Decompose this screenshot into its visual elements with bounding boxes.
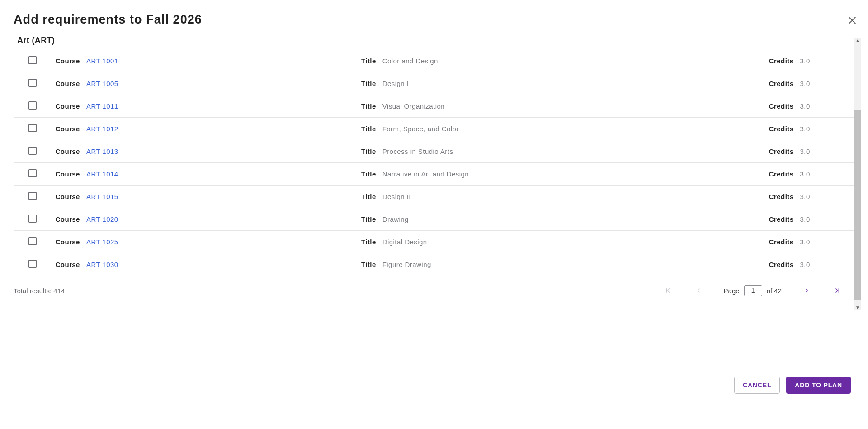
course-label: Course [56,80,80,87]
credits-label: Credits [769,215,794,223]
course-code-link[interactable]: ART 1013 [86,148,118,155]
page-input[interactable] [744,285,762,296]
row-checkbox[interactable] [28,260,37,268]
course-code-link[interactable]: ART 1030 [86,261,118,268]
course-title: Design II [382,193,411,200]
course-label: Course [56,170,80,178]
title-label: Title [361,80,376,87]
course-credits: 3.0 [800,170,810,178]
course-title: Design I [382,80,409,87]
chevron-left-icon [696,287,702,294]
credits-label: Credits [769,193,794,200]
title-label: Title [361,193,376,200]
table-row: CourseART 1013TitleProcess in Studio Art… [14,140,854,163]
credits-label: Credits [769,261,794,268]
page-label: Page [724,287,740,295]
course-title: Figure Drawing [382,261,431,268]
row-checkbox[interactable] [28,79,37,87]
course-code-link[interactable]: ART 1015 [86,193,118,200]
pager-next-button[interactable] [801,285,812,296]
course-group-heading: Art (ART) [17,36,854,45]
course-label: Course [56,215,80,223]
course-title: Form, Space, and Color [382,125,459,133]
course-credits: 3.0 [800,238,810,246]
title-label: Title [361,215,376,223]
course-code-link[interactable]: ART 1012 [86,125,118,133]
course-code-link[interactable]: ART 1005 [86,80,118,87]
add-requirements-dialog: Add requirements to Fall 2026 ▲ ▼ Art (A… [0,0,868,429]
table-row: CourseART 1014TitleNarrative in Art and … [14,163,854,186]
course-credits: 3.0 [800,125,810,133]
title-label: Title [361,238,376,246]
title-label: Title [361,148,376,155]
close-button[interactable] [844,13,860,28]
row-checkbox[interactable] [28,192,37,200]
course-label: Course [56,148,80,155]
course-credits: 3.0 [800,102,810,110]
course-title: Color and Design [382,57,438,65]
course-credits: 3.0 [800,261,810,268]
scrollbar-thumb[interactable] [854,110,861,300]
total-results-label: Total results: 414 [14,287,65,295]
chevron-first-icon [665,287,672,294]
pager-first-button[interactable] [662,285,674,296]
row-checkbox[interactable] [28,147,37,155]
credits-label: Credits [769,170,794,178]
title-label: Title [361,261,376,268]
course-title: Digital Design [382,238,427,246]
course-credits: 3.0 [800,215,810,223]
title-label: Title [361,57,376,65]
pager: Total results: 414 Page of 42 [14,280,843,301]
row-checkbox[interactable] [28,214,37,223]
credits-label: Credits [769,80,794,87]
course-label: Course [56,261,80,268]
course-credits: 3.0 [800,80,810,87]
add-to-plan-button[interactable]: ADD TO PLAN [786,377,851,394]
credits-label: Credits [769,57,794,65]
course-code-link[interactable]: ART 1014 [86,170,118,178]
course-label: Course [56,102,80,110]
title-label: Title [361,102,376,110]
pager-prev-button[interactable] [693,285,705,296]
page-indicator: Page of 42 [724,285,782,296]
course-label: Course [56,57,80,65]
row-checkbox[interactable] [28,101,37,110]
title-label: Title [361,170,376,178]
course-code-link[interactable]: ART 1011 [86,102,118,110]
scrollbar-up-icon[interactable]: ▲ [854,37,861,43]
credits-label: Credits [769,238,794,246]
course-code-link[interactable]: ART 1020 [86,215,118,223]
course-credits: 3.0 [800,57,810,65]
row-checkbox[interactable] [28,124,37,132]
row-checkbox[interactable] [28,237,37,245]
cancel-button[interactable]: CANCEL [734,377,780,394]
credits-label: Credits [769,148,794,155]
credits-label: Credits [769,102,794,110]
course-code-link[interactable]: ART 1025 [86,238,118,246]
page-of-label: of 42 [767,287,782,295]
table-row: CourseART 1001TitleColor and DesignCredi… [14,50,854,72]
course-table: CourseART 1001TitleColor and DesignCredi… [14,50,854,276]
vertical-scrollbar[interactable]: ▲ ▼ [854,38,861,310]
chevron-last-icon [834,287,841,294]
scrollbar-down-icon[interactable]: ▼ [854,304,861,310]
table-row: CourseART 1030TitleFigure DrawingCredits… [14,253,854,276]
dialog-title: Add requirements to Fall 2026 [14,13,854,27]
table-row: CourseART 1005TitleDesign ICredits3.0 [14,72,854,95]
row-checkbox[interactable] [28,56,37,64]
course-title: Visual Organization [382,102,445,110]
course-title: Drawing [382,215,409,223]
table-row: CourseART 1025TitleDigital DesignCredits… [14,231,854,253]
course-code-link[interactable]: ART 1001 [86,57,118,65]
table-row: CourseART 1020TitleDrawingCredits3.0 [14,208,854,231]
course-credits: 3.0 [800,148,810,155]
pager-last-button[interactable] [831,285,843,296]
course-label: Course [56,125,80,133]
row-checkbox[interactable] [28,169,37,177]
table-row: CourseART 1011TitleVisual OrganizationCr… [14,95,854,118]
chevron-right-icon [803,287,810,294]
table-row: CourseART 1015TitleDesign IICredits3.0 [14,186,854,208]
close-icon [847,15,857,25]
title-label: Title [361,125,376,133]
course-credits: 3.0 [800,193,810,200]
